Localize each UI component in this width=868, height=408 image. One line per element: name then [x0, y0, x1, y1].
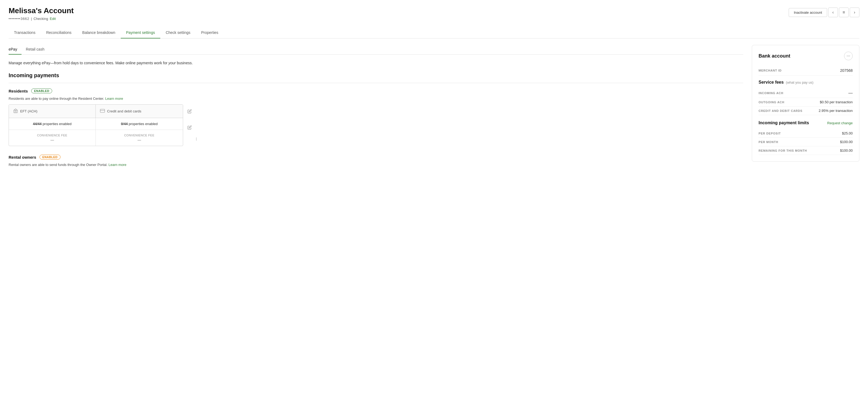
more-dots-icon: ···: [846, 54, 850, 58]
card-enabled-cell: 0/44 properties enabled: [96, 118, 183, 130]
enabled-row: 44/44 properties enabled 0/44 properties…: [9, 118, 183, 130]
edit-fee-button[interactable]: [186, 124, 193, 131]
page-container: Melissa's Account ••••••••3662 | Checkin…: [0, 0, 868, 408]
inactivate-account-button[interactable]: Inactivate account: [789, 8, 827, 17]
residents-enabled-badge: ENABLED: [31, 89, 53, 93]
remaining-label: REMAINING FOR THIS MONTH: [758, 149, 807, 152]
payment-table-header: EFT (ACH) Credit and debit cards: [9, 105, 183, 118]
per-deposit-value: $25.00: [842, 131, 853, 135]
menu-icon: ≡: [842, 10, 845, 15]
rental-owners-section: Rental owners ENABLED Rental owners are …: [9, 155, 743, 167]
sub-tabs: ePay Retail cash: [9, 45, 743, 55]
per-month-row: PER MONTH $100.00: [758, 138, 853, 146]
rental-owners-badge: ENABLED: [39, 155, 61, 159]
chevron-left-icon: ‹: [832, 10, 834, 15]
payment-table-wrapper: EFT (ACH) Credit and debit cards: [9, 104, 197, 146]
eft-header-cell: EFT (ACH): [9, 105, 96, 118]
rental-owners-description: Rental owners are able to send funds thr…: [9, 163, 743, 167]
bank-account-panel: Bank account ··· MERCHANT ID 207568 Serv…: [752, 45, 859, 162]
service-fees-subtitle: (what you pay us): [786, 81, 813, 85]
card-fee-cell: CONVENIENCE FEE —: [96, 130, 183, 146]
card-header-label: Credit and debit cards: [107, 109, 141, 113]
panel-header: Bank account ···: [758, 52, 853, 60]
card-fee-value: —: [137, 138, 141, 142]
payment-table: EFT (ACH) Credit and debit cards: [9, 104, 183, 146]
section-divider: [9, 83, 743, 83]
table-actions: [186, 104, 193, 131]
page-title: Melissa's Account: [9, 6, 74, 15]
tab-transactions[interactable]: Transactions: [9, 27, 41, 38]
incoming-payments-title: Incoming payments: [9, 72, 743, 79]
rental-owners-learn-more-link[interactable]: Learn more: [108, 163, 126, 167]
per-month-label: PER MONTH: [758, 140, 778, 144]
per-deposit-row: PER DEPOSIT $25.00: [758, 129, 853, 138]
outgoing-ach-label: OUTGOING ACH: [758, 101, 784, 104]
merchant-id-label: MERCHANT ID: [758, 69, 782, 72]
chevron-right-icon: ›: [854, 10, 855, 15]
svg-rect-1: [100, 109, 105, 113]
request-change-link[interactable]: Request change: [827, 121, 853, 125]
rental-owners-header: Rental owners ENABLED: [9, 155, 743, 159]
account-type: Checking: [34, 17, 48, 21]
main-tabs: Transactions Reconciliations Balance bre…: [9, 27, 859, 38]
credit-debit-label: CREDIT AND DEBIT CARDS: [758, 109, 802, 113]
tab-payment-settings[interactable]: Payment settings: [121, 27, 160, 38]
residents-label: Residents: [9, 89, 28, 93]
eft-fee-cell: CONVENIENCE FEE —: [9, 130, 96, 146]
residents-learn-more-link[interactable]: Learn more: [105, 97, 123, 101]
limits-title: Incoming payment limits: [758, 121, 809, 125]
remaining-value: $100.00: [840, 149, 853, 153]
bank-account-more-button[interactable]: ···: [844, 52, 853, 60]
next-nav-button[interactable]: ›: [850, 7, 859, 17]
eft-enabled-cell: 44/44 properties enabled: [9, 118, 96, 130]
page-header: Melissa's Account ••••••••3662 | Checkin…: [9, 6, 859, 21]
header-actions: Inactivate account ‹ ≡ ›: [789, 7, 859, 17]
incoming-ach-row: INCOMING ACH —: [758, 89, 853, 98]
separator: |: [31, 17, 32, 21]
per-deposit-label: PER DEPOSIT: [758, 132, 781, 135]
tab-properties[interactable]: Properties: [196, 27, 224, 38]
tab-check-settings[interactable]: Check settings: [160, 27, 196, 38]
service-fees-title: Service fees: [758, 80, 783, 85]
eft-enabled-count: 44/44: [33, 122, 42, 126]
epay-description: Manage everything ePay—from hold days to…: [9, 60, 743, 66]
eft-properties-label: properties enabled: [42, 122, 71, 126]
card-header-cell: Credit and debit cards: [96, 105, 183, 118]
rental-owners-label: Rental owners: [9, 155, 36, 159]
prev-nav-button[interactable]: ‹: [828, 7, 838, 17]
sub-tab-retail-cash[interactable]: Retail cash: [22, 45, 49, 55]
account-number: ••••••••3662: [9, 17, 29, 21]
card-enabled-count: 0/44: [121, 122, 128, 126]
bank-account-title: Bank account: [758, 53, 790, 59]
incoming-ach-value: —: [848, 91, 853, 95]
credit-debit-row: CREDIT AND DEBIT CARDS 2.95% per transac…: [758, 106, 853, 115]
sub-tab-epay[interactable]: ePay: [9, 45, 22, 55]
eft-fee-value: —: [51, 138, 54, 142]
account-info: Melissa's Account ••••••••3662 | Checkin…: [9, 6, 74, 21]
eft-convenience-label: CONVENIENCE FEE: [37, 134, 67, 137]
main-content: ePay Retail cash Manage everything ePay—…: [9, 45, 743, 408]
merchant-id-value: 207568: [840, 68, 853, 73]
tab-reconciliations[interactable]: Reconciliations: [41, 27, 77, 38]
service-fees-header: Service fees (what you pay us): [758, 80, 853, 85]
edit-enabled-button[interactable]: [186, 108, 193, 115]
eft-header-label: EFT (ACH): [20, 109, 37, 113]
cursor-indicator: |: [196, 137, 197, 146]
bank-icon: [13, 108, 18, 114]
edit-link[interactable]: Edit: [50, 17, 56, 21]
per-month-value: $100.00: [840, 140, 853, 144]
account-subtitle: ••••••••3662 | Checking Edit: [9, 17, 74, 21]
outgoing-ach-row: OUTGOING ACH $0.50 per transaction: [758, 98, 853, 106]
content-area: ePay Retail cash Manage everything ePay—…: [9, 45, 859, 408]
menu-button[interactable]: ≡: [839, 7, 849, 17]
card-icon: [100, 108, 105, 114]
tab-balance-breakdown[interactable]: Balance breakdown: [77, 27, 121, 38]
remaining-row: REMAINING FOR THIS MONTH $100.00: [758, 146, 853, 155]
credit-debit-value: 2.95% per transaction: [819, 109, 853, 113]
card-convenience-label: CONVENIENCE FEE: [124, 134, 155, 137]
convenience-fee-row: CONVENIENCE FEE — CONVENIENCE FEE —: [9, 130, 183, 146]
residents-description: Residents are able to pay online through…: [9, 97, 743, 101]
merchant-id-row: MERCHANT ID 207568: [758, 66, 853, 75]
limits-header: Incoming payment limits Request change: [758, 121, 853, 125]
residents-header: Residents ENABLED: [9, 89, 743, 93]
